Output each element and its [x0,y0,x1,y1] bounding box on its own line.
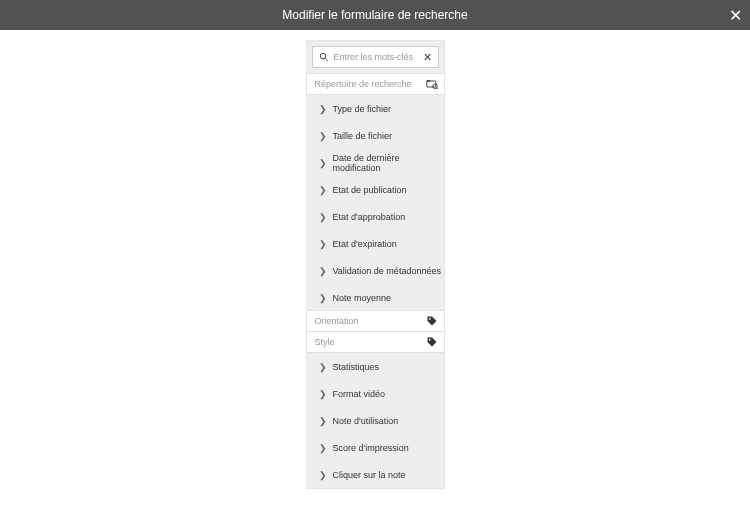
facet-file-size[interactable]: ❯ Taille de fichier [307,122,444,149]
chevron-right-icon: ❯ [319,389,327,399]
style-field[interactable]: Style [307,331,444,353]
facet-statistics[interactable]: ❯ Statistiques [307,353,444,380]
chevron-right-icon: ❯ [319,212,327,222]
chevron-right-icon: ❯ [319,239,327,249]
chevron-right-icon: ❯ [319,104,327,114]
facet-impression-score[interactable]: ❯ Score d'impression [307,434,444,461]
orientation-field[interactable]: Orientation [307,310,444,332]
search-form-panel: Entrer les mots-clés ✕ Répertoire de rec… [306,40,445,489]
orientation-label: Orientation [315,316,426,326]
dialog-header: Modifier le formulaire de recherche ✕ [0,0,750,30]
svg-line-4 [436,88,438,90]
facet-publish-status[interactable]: ❯ Etat de publication [307,176,444,203]
search-placeholder: Entrer les mots-clés [334,52,423,62]
tag-icon[interactable] [426,336,438,348]
search-directory-field[interactable]: Répertoire de recherche [307,73,444,95]
facet-last-modified[interactable]: ❯ Date de dernière modification [307,149,444,176]
svg-point-6 [428,339,430,341]
facet-usage-score[interactable]: ❯ Note d'utilisation [307,407,444,434]
chevron-right-icon: ❯ [319,443,327,453]
keyword-search-input[interactable]: Entrer les mots-clés ✕ [312,46,439,68]
close-button[interactable]: ✕ [720,0,750,30]
svg-point-0 [320,53,326,59]
dialog-title: Modifier le formulaire de recherche [282,8,467,22]
search-icon [319,52,329,62]
facet-metadata-validation[interactable]: ❯ Validation de métadonnées [307,257,444,284]
facet-click-score[interactable]: ❯ Cliquer sur la note [307,461,444,488]
facet-video-format[interactable]: ❯ Format vidéo [307,380,444,407]
chevron-right-icon: ❯ [319,293,327,303]
chevron-right-icon: ❯ [319,185,327,195]
svg-line-1 [325,58,328,61]
chevron-right-icon: ❯ [319,266,327,276]
svg-point-5 [428,318,430,320]
style-label: Style [315,337,426,347]
chevron-right-icon: ❯ [319,131,327,141]
chevron-right-icon: ❯ [319,470,327,480]
search-directory-label: Répertoire de recherche [315,79,426,89]
chevron-right-icon: ❯ [319,416,327,426]
chevron-right-icon: ❯ [319,158,327,168]
tag-icon[interactable] [426,315,438,327]
facet-file-type[interactable]: ❯ Type de fichier [307,95,444,122]
search-wrap: Entrer les mots-clés ✕ [307,41,444,73]
facet-average-rating[interactable]: ❯ Note moyenne [307,284,444,311]
chevron-right-icon: ❯ [319,362,327,372]
close-icon: ✕ [729,6,742,25]
facet-approval-status[interactable]: ❯ Etat d'approbation [307,203,444,230]
facet-expiry-status[interactable]: ❯ Etat d'expiration [307,230,444,257]
browse-directory-icon[interactable] [426,78,438,90]
clear-search-icon[interactable]: ✕ [423,51,432,64]
